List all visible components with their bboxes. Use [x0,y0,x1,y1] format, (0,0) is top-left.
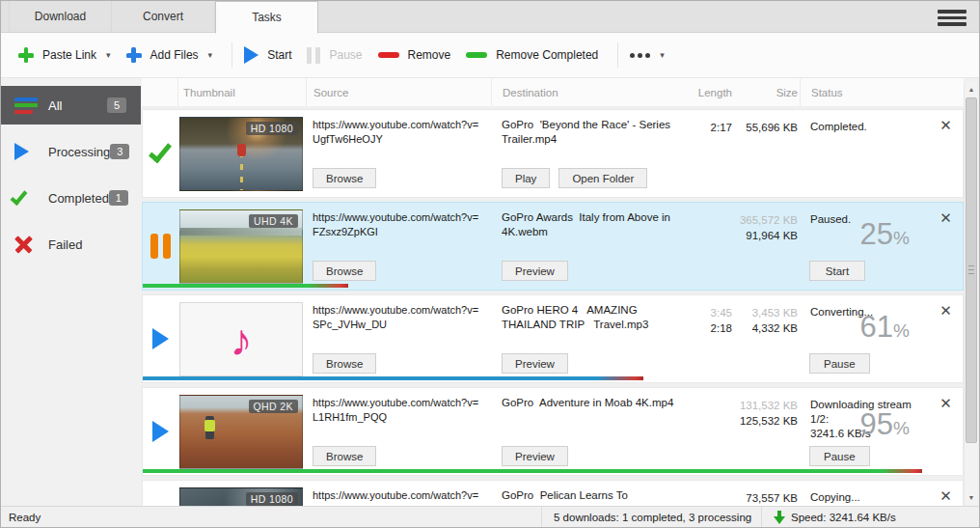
sidebar-item-processing[interactable]: Processing 3 [1,132,141,171]
play-state-icon [152,328,169,349]
browse-button[interactable]: Browse [313,446,376,466]
header-size[interactable]: Size [732,78,800,106]
status-speed-text: Speed: 3241.64 KB/s [791,512,896,523]
task-row-copying[interactable]: HD 1080 https://www.youtube.com/watch?v=… [142,480,964,506]
header-source[interactable]: Source [306,78,491,106]
size-value: 55,696 KB [732,120,798,135]
download-arrow-icon [774,511,785,524]
music-note-icon: ♪ [231,318,253,362]
scroll-down-button[interactable]: ▼ [965,490,978,505]
chevron-down-icon[interactable]: ▾ [208,50,213,60]
tab-download[interactable]: Download [9,1,112,32]
sidebar-item-label: Failed [48,237,82,252]
sidebar-item-completed[interactable]: Completed 1 [1,179,141,217]
scrollbar-thumb[interactable] [966,97,977,443]
toolbar-separator [231,42,232,68]
status-ready: Ready [1,512,541,523]
remove-completed-button[interactable]: Remove Completed [466,48,598,62]
header-length[interactable]: Length [680,78,732,106]
task-row-completed[interactable]: HD 1080 https://www.youtube.com/watch?v=… [142,109,964,198]
completed-check-icon [14,192,41,205]
chevron-down-icon[interactable]: ▾ [106,50,111,60]
sidebar: All 5 Processing 3 Completed 1 Failed [1,78,141,506]
tab-convert[interactable]: Convert [112,1,215,32]
play-button[interactable]: Play [502,168,550,188]
size-total: 365,572 KB [732,212,798,228]
toolbar-separator [617,42,618,68]
more-options-button[interactable]: ▾ [630,50,665,60]
close-icon[interactable]: ✕ [939,396,952,475]
pause-icon [307,47,320,64]
play-state-icon [152,421,169,442]
close-icon[interactable]: ✕ [939,210,952,290]
remove-completed-icon [466,52,487,58]
close-icon[interactable]: ✕ [939,118,952,197]
start-button[interactable]: Start [244,46,291,64]
task-row-paused[interactable]: UHD 4K https://www.youtube.com/watch?v=F… [142,202,964,291]
resolution-badge: HD 1080 [246,122,298,135]
resolution-badge: UHD 4K [249,214,298,228]
video-thumbnail: HD 1080 [179,117,303,191]
close-icon[interactable]: ✕ [939,303,952,382]
source-url: https://www.youtube.com/watch?v=L1RH1fm_… [313,396,485,425]
add-files-button[interactable]: Add Files ▾ [126,47,213,63]
paste-link-label: Paste Link [42,48,96,62]
preview-button[interactable]: Preview [502,446,568,466]
status-text: Completed. [810,120,927,134]
hamburger-menu-icon[interactable] [938,10,966,26]
remove-button[interactable]: Remove [378,48,451,62]
plus-icon [126,47,142,63]
header-thumbnail[interactable]: Thumbnail [177,78,306,106]
preview-button[interactable]: Preview [502,261,568,281]
close-icon[interactable]: ✕ [939,488,952,506]
vertical-scrollbar[interactable]: ▲ ▼ [964,82,978,505]
sidebar-item-failed[interactable]: Failed [1,225,141,264]
app-window: Download Convert Tasks Paste Link ▾ Add … [0,0,980,528]
progress-bar [143,469,922,473]
add-files-label: Add Files [150,48,199,62]
browse-button[interactable]: Browse [313,353,376,374]
remove-label: Remove [408,48,451,62]
count-badge: 5 [107,97,126,113]
paste-link-button[interactable]: Paste Link ▾ [18,47,111,63]
header-state-column [142,78,177,106]
destination-filename: GoPro Awards Italy from Above in 4K.webm [502,210,676,239]
header-close-column [929,78,964,106]
pause-button[interactable]: Pause [307,47,362,64]
status-summary: 5 downloads: 1 completed, 3 processing [541,507,761,527]
source-url: https://www.youtube.com/watch?v=SPc_JVHw… [313,303,485,332]
audio-thumbnail: ♪ [179,302,303,376]
destination-filename: GoPro 'Beyond the Race' - Series Trailer… [502,118,676,147]
start-label: Start [267,48,291,62]
preview-button[interactable]: Preview [502,353,568,374]
progress-percent: 61% [860,320,910,338]
sidebar-item-all[interactable]: All 5 [1,86,141,125]
header-status[interactable]: Status [800,78,929,106]
progress-bar [143,284,348,288]
all-tasks-icon [14,97,41,114]
size-value: 91,964 KB [732,228,798,243]
resolution-badge: HD 1080 [246,492,298,506]
task-row-downloading[interactable]: QHD 2K https://www.youtube.com/watch?v=L… [142,387,964,476]
size-value: 4,332 KB [732,320,798,336]
tab-tasks[interactable]: Tasks [215,1,318,34]
pause-task-button[interactable]: Pause [809,446,870,466]
failed-x-icon [14,236,41,254]
scroll-up-button[interactable]: ▲ [965,82,978,97]
size-total: 131,532 KB [732,398,798,413]
task-row-converting[interactable]: ♪ https://www.youtube.com/watch?v=SPc_JV… [142,294,964,383]
browse-button[interactable]: Browse [313,261,376,281]
task-list: HD 1080 https://www.youtube.com/watch?v=… [142,107,964,506]
play-icon [244,46,259,64]
length-value: 2:18 [680,320,732,336]
pause-label: Pause [329,48,362,62]
start-task-button[interactable]: Start [809,261,865,281]
video-thumbnail: UHD 4K [179,209,303,284]
open-folder-button[interactable]: Open Folder [558,168,647,188]
header-destination[interactable]: Destination [491,78,680,106]
destination-filename: GoPro Adventure in Moab 4K.mp4 [502,396,676,410]
pause-task-button[interactable]: Pause [809,353,870,374]
browse-button[interactable]: Browse [313,168,376,188]
plus-icon [18,47,34,63]
remove-icon [378,52,399,58]
